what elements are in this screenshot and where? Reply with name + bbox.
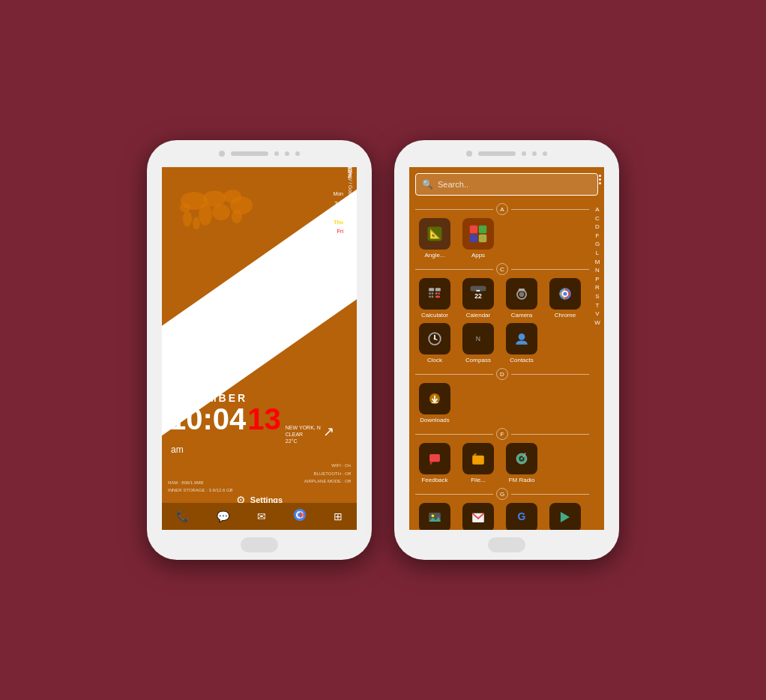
app-icon-google: G	[506, 503, 537, 530]
svg-point-9	[180, 203, 190, 212]
svg-rect-58	[472, 456, 484, 465]
app-label-downloads: Downloads	[415, 417, 454, 423]
day-sun: Sun	[333, 247, 343, 256]
app-item-google[interactable]: G Google	[502, 503, 541, 530]
app-label-feedback: Feedback	[415, 477, 454, 483]
app-item-gplay[interactable]: G Play	[546, 503, 585, 530]
app-item-calculator[interactable]: Calculator	[415, 278, 454, 319]
svg-point-5	[212, 204, 230, 220]
app-item-calendar[interactable]: ■■ 22 Calendar	[459, 278, 498, 319]
alpha-F[interactable]: F	[596, 232, 600, 240]
svg-point-63	[520, 457, 522, 459]
app-item-feedback[interactable]: Feedback	[415, 443, 454, 483]
svg-point-40	[563, 292, 567, 295]
phone-top-right	[394, 140, 619, 167]
section-divider-G: G	[415, 488, 589, 500]
svg-rect-22	[429, 292, 431, 295]
svg-rect-16	[479, 226, 486, 233]
app-item-apps[interactable]: Apps	[459, 218, 498, 259]
ram-info: RAM : 806/1.9MB	[168, 479, 233, 486]
app-item-clock[interactable]: Clock	[415, 323, 454, 363]
divider-line-left-C	[415, 269, 493, 270]
bluetooth-info: BLUETOOTH : Off	[304, 470, 351, 477]
app-icon-calculator	[419, 278, 450, 310]
svg-text:N: N	[476, 335, 480, 343]
alpha-V[interactable]: V	[595, 310, 599, 318]
front-camera-right	[466, 151, 472, 157]
app-icon-angle: 📐	[419, 218, 450, 250]
app-icon-apps	[462, 218, 494, 250]
dock-mail-icon[interactable]: ✉	[257, 510, 266, 522]
dock-message-icon[interactable]: 💬	[217, 510, 229, 522]
am-pm: am	[171, 444, 321, 455]
svg-rect-28	[435, 296, 440, 298]
svg-rect-17	[470, 235, 477, 242]
dock-chrome-icon[interactable]	[294, 509, 306, 524]
divider-line-left-A	[415, 209, 493, 210]
app-item-angle[interactable]: 📐 Angle...	[415, 218, 454, 259]
app-label-camera: Camera	[502, 312, 541, 319]
app-item-contacts[interactable]: Contacts	[502, 323, 541, 363]
app-item-chrome[interactable]: Chrome	[546, 278, 585, 319]
app-icon-gallery	[419, 503, 450, 530]
app-item-compass[interactable]: N Compass	[459, 323, 498, 363]
wifi-info: WIFI : On	[304, 462, 351, 469]
app-icon-contacts	[506, 323, 537, 354]
alpha-G[interactable]: G	[595, 241, 600, 248]
app-item-gmail[interactable]: Gmail	[459, 503, 498, 530]
app-item-files[interactable]: File...	[459, 443, 498, 483]
app-item-fmradio[interactable]: FM Radio	[502, 443, 541, 483]
app-label-contacts: Contacts	[502, 357, 541, 363]
alpha-W[interactable]: W	[594, 319, 600, 327]
section-divider-F: F	[415, 428, 589, 440]
home-button-right[interactable]	[488, 537, 525, 552]
divider-circle-A: A	[496, 203, 508, 215]
svg-text:📐: 📐	[429, 228, 441, 240]
dock-phone-icon[interactable]: 📞	[176, 510, 189, 522]
alpha-P[interactable]: P	[595, 276, 599, 283]
alpha-D[interactable]: D	[595, 223, 600, 231]
svg-rect-55	[429, 454, 440, 462]
day-thu: Thu	[333, 218, 343, 228]
app-label-fmradio: FM Radio	[502, 477, 541, 483]
svg-point-45	[434, 338, 436, 340]
divider-line-right-G	[511, 494, 589, 495]
more-menu-button[interactable]	[599, 175, 601, 184]
svg-rect-15	[470, 226, 477, 233]
alpha-T[interactable]: T	[596, 302, 600, 310]
left-screen: BATTERY 88% 36°C / 4269mV / Good Chargin…	[162, 167, 357, 530]
alpha-C[interactable]: C	[595, 215, 600, 223]
app-icon-feedback	[419, 443, 450, 474]
alpha-L[interactable]: L	[596, 250, 599, 257]
day-fri: Fri	[333, 227, 343, 237]
alpha-R[interactable]: R	[595, 284, 600, 292]
svg-point-7	[183, 211, 192, 227]
alpha-A[interactable]: A	[595, 206, 599, 214]
app-icon-calendar: ■■ 22	[462, 278, 494, 310]
svg-point-8	[193, 217, 200, 230]
app-item-downloads[interactable]: Downloads	[415, 383, 454, 423]
alpha-N[interactable]: N	[595, 267, 600, 274]
right-phone: 🔍 Search.. A C D F G L M N P R S	[394, 140, 619, 560]
svg-rect-25	[432, 296, 434, 298]
divider-line-left-F	[415, 434, 493, 435]
divider-line-right-F	[511, 434, 589, 435]
dock-apps-icon[interactable]: ⊞	[334, 510, 343, 522]
app-row-D: Downloads	[415, 383, 589, 423]
app-label-chrome: Chrome	[546, 312, 585, 319]
app-label-calculator: Calculator	[415, 312, 454, 319]
divider-circle-D: D	[496, 368, 508, 380]
app-grid: A 📐 Angle...	[409, 200, 604, 530]
sys-info-left: RAM : 806/1.9MB INNER STORAGE : 3.9/12.6…	[168, 479, 233, 494]
speaker-left	[231, 151, 268, 156]
phone-top-left	[147, 140, 372, 167]
search-bar[interactable]: 🔍 Search..	[415, 173, 598, 196]
alpha-M[interactable]: M	[595, 259, 600, 266]
app-item-camera[interactable]: Camera	[502, 278, 541, 319]
app-row-G: Gallery Gmail	[415, 503, 589, 530]
home-button-left[interactable]	[241, 537, 278, 552]
app-icon-gmail	[462, 503, 494, 530]
alpha-S[interactable]: S	[595, 293, 599, 301]
svg-point-6	[232, 210, 242, 223]
app-item-gallery[interactable]: Gallery	[415, 503, 454, 530]
